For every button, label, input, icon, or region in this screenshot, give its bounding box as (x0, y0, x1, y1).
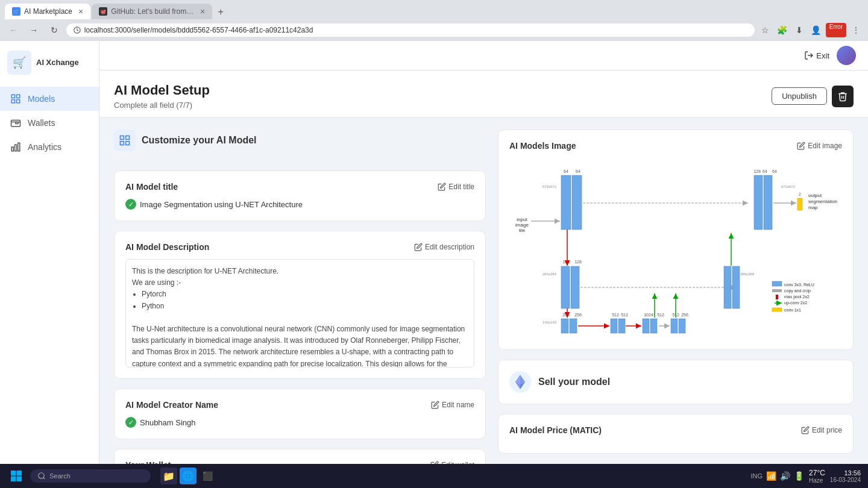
svg-text:output: output (808, 193, 822, 198)
exit-button[interactable]: Exit (804, 51, 829, 60)
top-bar-actions: Exit (804, 46, 856, 65)
content-body: Customize your AI Model AI Model title E… (99, 117, 868, 464)
model-wallet-card: Your Wallet Edit wallet (114, 449, 486, 464)
section-header: Customize your AI Model (114, 130, 486, 161)
page-subtitle: Complete all field (7/7) (114, 101, 210, 110)
model-desc-header: AI Model Description Edit description (125, 242, 474, 252)
menu-button[interactable]: ⋮ (849, 23, 863, 37)
svg-text:conv 3x3, ReLU: conv 3x3, ReLU (784, 283, 814, 287)
battery-icon: 🔋 (794, 471, 804, 481)
sell-model-card: Sell your model (498, 360, 854, 404)
svg-text:256: 256 (681, 313, 688, 317)
model-title-header: AI Model title Edit title (125, 182, 474, 192)
svg-rect-9 (15, 145, 17, 151)
svg-text:64: 64 (772, 169, 777, 174)
sidebar-analytics-label: Analytics (28, 142, 61, 152)
sidebar-item-wallets[interactable]: Wallets (0, 111, 99, 135)
edit-image-icon (797, 142, 805, 150)
edit-image-button[interactable]: Edit image (797, 142, 842, 150)
model-creator-value: ✓ Shubham Singh (125, 417, 474, 428)
browser-actions: ☆ 🧩 ⬇ 👤 Error ⋮ (758, 23, 863, 37)
svg-rect-54 (679, 319, 685, 333)
error-badge[interactable]: Error (826, 23, 846, 37)
taskbar-terminal-icon[interactable]: ⬛ (199, 468, 216, 484)
extensions-button[interactable]: 🧩 (775, 23, 790, 37)
desc-item-pytorch: Pytorch (142, 289, 468, 300)
refresh-button[interactable]: ↻ (46, 22, 63, 39)
model-price-label: AI Model Price (MATIC) (509, 425, 602, 435)
clock: 13:56 16-03-2024 (830, 469, 861, 483)
desc-line2: We are using :- (132, 277, 468, 289)
volume-icon: 🔊 (780, 471, 790, 481)
desc-para: The U-Net architecture is a convolutiona… (132, 324, 468, 368)
right-column: AI Models Image Edit image (498, 130, 854, 464)
description-content[interactable]: This is the description for U-NET Archit… (125, 259, 474, 368)
svg-rect-48 (650, 319, 657, 333)
section-title: Customize your AI Model (142, 135, 257, 146)
svg-rect-63 (797, 198, 802, 210)
sidebar-item-analytics[interactable]: Analytics (0, 135, 99, 159)
svg-text:128: 128 (753, 169, 761, 174)
svg-rect-47 (643, 319, 649, 333)
svg-rect-78 (776, 295, 778, 299)
model-creator-card: AI Model Creator Name Edit name ✓ Shubha… (114, 389, 486, 439)
tab1-favicon: 🛒 (12, 7, 20, 16)
forward-button[interactable]: → (25, 22, 42, 39)
svg-text:512: 512 (657, 313, 664, 317)
svg-text:388x388: 388x388 (740, 272, 755, 276)
svg-text:conv 1x1: conv 1x1 (784, 308, 801, 312)
url-bar[interactable] (66, 23, 755, 37)
windows-icon (10, 470, 22, 482)
model-price-card: AI Model Price (MATIC) Edit price (498, 414, 854, 454)
svg-rect-8 (11, 147, 13, 151)
svg-text:64: 64 (576, 169, 580, 174)
svg-text:image: image (515, 222, 529, 228)
taskbar-files-icon[interactable]: 📁 (160, 468, 177, 484)
star-button[interactable]: ☆ (758, 23, 773, 37)
svg-rect-14 (121, 142, 124, 145)
sidebar-item-models[interactable]: Models (0, 87, 99, 111)
customize-icon (114, 130, 136, 151)
svg-rect-92 (17, 477, 22, 482)
sidebar-models-label: Models (28, 94, 55, 104)
new-tab-button[interactable]: + (213, 5, 228, 19)
taskbar-search[interactable]: Search (30, 469, 151, 483)
edit-price-button[interactable]: Edit price (801, 426, 842, 434)
edit-title-button[interactable]: Edit title (438, 183, 474, 191)
taskbar-browser-icon[interactable]: 🌐 (180, 468, 197, 484)
profile-button[interactable]: 👤 (809, 23, 823, 37)
start-button[interactable] (7, 467, 25, 485)
tab1-close[interactable]: × (78, 7, 83, 16)
svg-point-93 (39, 473, 44, 478)
sell-model-label: Sell your model (538, 377, 610, 387)
back-button[interactable]: ← (5, 22, 22, 39)
svg-text:max pool 2x2: max pool 2x2 (784, 295, 810, 299)
tab-active[interactable]: 🛒 AI Marketplace × (5, 4, 90, 19)
taskbar-right: ING 📶 🔊 🔋 27°C Haze 13:56 16-03-2024 (750, 469, 861, 484)
wifi-icon: 📶 (766, 471, 776, 481)
tab2-close[interactable]: × (200, 7, 205, 16)
svg-text:256: 256 (562, 313, 570, 317)
model-title-label: AI Model title (125, 182, 178, 192)
model-image-header: AI Models Image Edit image (509, 141, 842, 151)
main-content: Exit AI Model Setup Complete all field (… (99, 41, 868, 464)
edit-description-button[interactable]: Edit description (414, 243, 474, 251)
logo-text: AI Xchange (36, 58, 79, 67)
analytics-icon (10, 141, 22, 153)
svg-text:64: 64 (564, 169, 568, 174)
delete-button[interactable] (832, 86, 854, 107)
edit-name-button[interactable]: Edit name (431, 401, 474, 409)
url-input[interactable] (84, 26, 747, 34)
tab-inactive[interactable]: 🐙 GitHub: Let's build from here · × (92, 4, 212, 19)
model-creator-label: AI Model Creator Name (125, 400, 218, 410)
models-icon (10, 93, 22, 105)
svg-text:284x284: 284x284 (542, 272, 557, 276)
user-avatar[interactable] (837, 46, 856, 65)
model-desc-label: AI Model Description (125, 242, 209, 252)
svg-rect-57 (732, 266, 740, 308)
svg-text:140x140: 140x140 (542, 321, 557, 324)
download-button[interactable]: ⬇ (792, 23, 807, 37)
svg-text:64: 64 (763, 169, 767, 174)
unpublish-button[interactable]: Unpublish (772, 87, 827, 105)
top-bar: Exit (99, 41, 868, 70)
